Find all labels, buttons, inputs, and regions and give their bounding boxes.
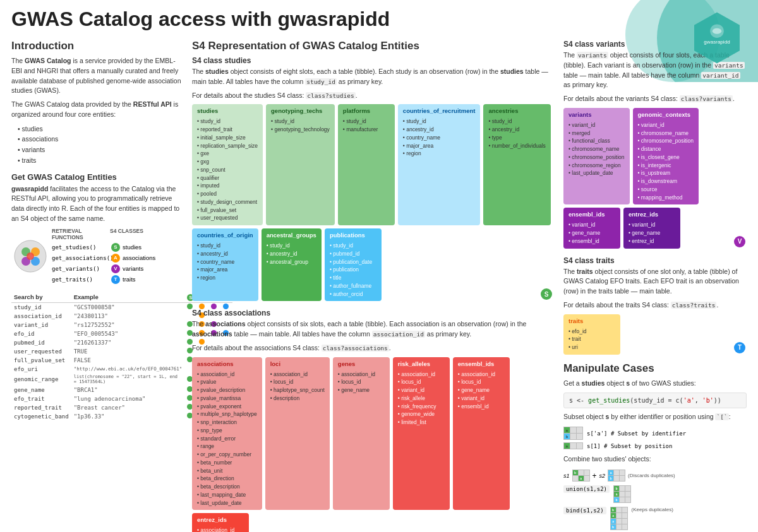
field-item: is_closest_gene [638,153,694,162]
field-item: ancestral_group [267,258,316,266]
field-item: multiple_snp_haplotype [197,410,257,418]
union-result-row: union(s1,s2) b a b [563,485,747,503]
field-item: association_id [197,526,244,532]
countries-ori-fields: study_id ancestry_id country_name major_… [197,242,253,282]
countries-ori-header: countries_of_origin [197,232,253,240]
field-item: uri [568,343,615,352]
field-item: snp_interaction [197,418,257,427]
genotyping-box: genotyping_techs study_id genotyping_tec… [266,104,335,225]
field-item: genotyping_technology [271,126,330,134]
field-item: locus_id [338,378,385,386]
plus-icon: + [593,471,597,480]
middle-column: S4 Representation of GWAS Catalog Entiti… [192,40,553,532]
example-study-id: "GCST000858" [71,302,185,312]
platforms-box-header: platforms [343,107,390,115]
get-studies-label: Get a studies object s of two GWAS studi… [563,379,747,389]
field-item: pvalue_mantissa [197,394,257,403]
s4-traits-detail: For details about the traits S4 class: c… [563,300,747,310]
subset-label: Subset object s by either identifier or … [563,412,747,422]
bind-desc: (Keeps duplicates) [632,507,673,512]
s4-assoc-detail: For details about the associations S4 cl… [192,343,553,353]
class-traits: traits [123,276,136,283]
field-item: author_fullname [330,282,376,290]
entrez-ids-assoc-fields: association_id locus_id gene_name entrez… [197,526,244,532]
retrieval-row-variants: get_variants() V variants [52,264,182,273]
entity-item: studies [18,124,182,134]
field-item: snp_type [197,427,257,435]
cell [622,507,627,512]
bind-result-matrix: b a a b [610,507,628,530]
publications-header: publications [330,232,376,240]
field-item: pubmed_id [330,250,376,258]
publications-box: publications study_id pubmed_id publicat… [325,228,382,301]
field-item: is_downstream [638,177,694,186]
union-code: union(s1,s2) [563,485,610,493]
subset-id-code: s['a'] # Subset by identifier [587,430,686,437]
cell [622,519,627,524]
s4-studies-detail: For details about the studies S4 class: … [192,91,553,101]
field-item: ensembl_id [568,237,615,245]
field-item: or_per_copy_number [197,451,257,459]
field-item: description [270,394,325,403]
variants-v-badge: V [734,236,745,247]
field-item: ancestry_id [403,126,476,134]
field-item: pvalue_description [197,386,257,394]
s2-matrix: a b [608,470,625,482]
bind-code: bind(s1,s2) [563,507,606,514]
matrix-cell [570,427,576,433]
badge-t: T [111,275,120,284]
matrix-s-prime: a b [563,427,583,440]
search-by-section: Search by Example S A V [11,292,182,421]
cell-empty [620,476,625,481]
intro-para1: The GWAS Catalog is a service provided b… [11,56,182,96]
field-item: gxe [197,150,258,158]
genes-fields: association_id locus_id gene_name [338,370,385,394]
field-item: last_update_date [197,499,257,507]
left-column: Introduction The GWAS Catalog is a servi… [11,40,182,421]
assoc-box-header: associations [197,360,257,369]
field-item: variant_id [638,121,694,129]
field-item: user_requested [197,214,258,222]
bind-result-row: bind(s1,s2) b a a b [563,507,747,530]
risk-header: risk_alleles [398,360,445,369]
field-item: number_of_individuals [488,142,545,150]
logo-hex: gwasrapidd [689,9,745,66]
cell: a [614,492,619,497]
field-item: haplotype_snp_count [270,386,325,394]
main-container: GWAS Catalog access with gwasrapidd Intr… [0,0,758,532]
field-efo-id: efo_id [11,329,71,338]
field-item: source [638,186,694,194]
field-item: is_upstream [638,169,694,177]
columns-layout: Introduction The GWAS Catalog is a servi… [11,40,747,532]
badge-a: A [111,254,120,263]
field-item: study_id [197,117,258,126]
field-item: ancestry_id [267,250,316,258]
cell-a2: a [608,470,613,475]
field-item: entrez_id [629,237,675,245]
assoc-fields: association_id pvalue pvalue_description… [197,370,257,507]
entity-item: traits [18,155,182,166]
cell [617,507,622,512]
studies-box-header: studies [197,107,258,115]
platforms-box: platforms study_id manufacturer [338,104,395,225]
search-col-field: Search by [11,292,71,303]
genes-box: genes association_id locus_id gene_name [333,357,390,511]
example-assoc-id: "24380113" [71,312,185,321]
s4-traits-desc: The traits object consists of one slot o… [563,267,747,297]
cell [617,519,622,524]
cell: b [611,507,616,512]
example-efo-trait: "lung adenocarcinoma" [71,394,185,403]
cell-empty [614,470,619,475]
countries-rec-box: countries_of_recruitment study_id ancest… [398,104,481,225]
field-gene-name: gene_name [11,386,71,394]
field-item: study_id [343,117,390,126]
traits-fields: efo_id trait uri [568,328,615,352]
get-entities-para: gwasrapidd facilitates the access to the… [11,184,182,224]
field-item: locus_id [398,378,445,386]
field-item: pvalue_exponent [197,403,257,411]
combine-section: s1 b a + s2 [563,470,747,530]
ensembl-ids-assoc-fields: association_id locus_id gene_name varian… [458,370,505,411]
field-item: beta_description [197,483,257,491]
entrez-ids-assoc-header: entrez_ids [197,516,244,524]
matrix-cell [570,443,576,449]
